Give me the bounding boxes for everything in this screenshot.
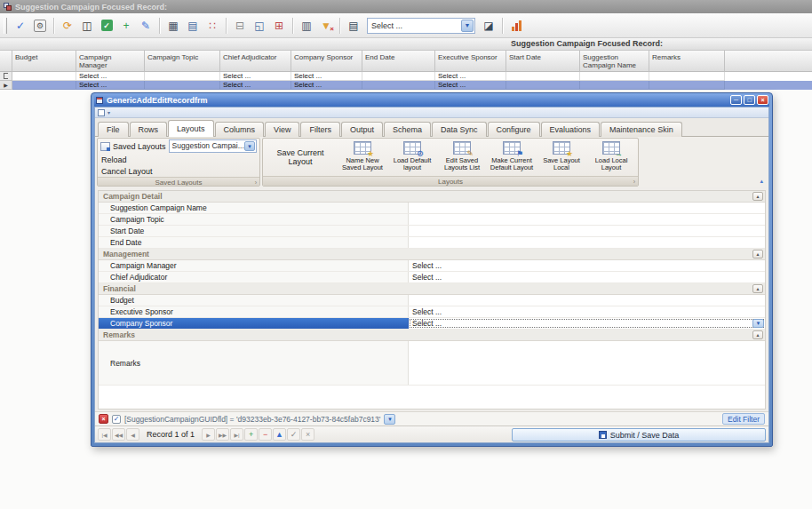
tab-data-sync[interactable]: Data Sync [432,122,487,137]
grid-cell[interactable] [580,81,649,90]
ribbon-button-make-current-default-layout[interactable]: ⚑Make Current Default Layout [487,139,537,176]
ribbon-button-name-new-saved-layout[interactable]: ★Name New Saved Layout [338,139,387,176]
dialog-titlebar[interactable]: GenericAddEditRecordfrm ─ □ × [94,93,769,107]
filter-dropdown-icon[interactable]: ▼ [384,414,395,425]
tab-view[interactable]: View [265,122,299,137]
column-header-campaign-topic[interactable]: Campaign Topic [145,51,220,72]
apply-check-icon[interactable]: ✓ [98,17,115,35]
field-value[interactable] [409,203,765,213]
grid-cell[interactable] [362,72,435,81]
column-header-suggestion-campaign-name[interactable]: Suggestion Campaign Name [580,51,649,72]
submit-save-data-button[interactable]: Submit / Save Data [512,428,766,441]
relations-icon[interactable]: ∷ [203,17,221,35]
grid-cell[interactable]: Select ... [291,72,362,81]
ribbon-button-edit-saved-layouts-list[interactable]: ✎Edit Saved Layouts List [437,139,487,176]
layout-select-combo[interactable]: Select ...▼ [367,18,475,34]
grid-cell[interactable]: Select ... [435,72,506,81]
collapse-section-icon[interactable]: ▲ [752,330,763,339]
field-value[interactable] [409,214,765,225]
print-icon[interactable]: ▤ [345,17,362,35]
nav-first[interactable]: |◀ [98,428,111,441]
grid-cell[interactable] [12,72,76,81]
field-value[interactable] [409,341,765,385]
nav-cancel[interactable]: × [301,428,314,441]
filter-enabled-checkbox[interactable]: ✓ [112,415,121,424]
grid-cell[interactable] [12,81,76,90]
nav-prior-page[interactable]: ◀◀ [112,428,125,441]
column-header-company-sponsor[interactable]: Company Sponsor [291,51,362,72]
save-layout-icon[interactable]: ◪ [480,17,498,35]
group-expand-icon[interactable]: › [255,179,257,186]
row-import-icon[interactable]: ⊟ [231,17,249,35]
ribbon-button-load-local-layout[interactable]: →Load Local Layout [586,139,636,176]
nav-delete[interactable]: − [259,428,272,441]
nav-next-page[interactable]: ▶▶ [216,428,229,441]
grid-cell[interactable] [506,81,580,90]
nav-append[interactable]: + [244,428,258,441]
print-preview-icon[interactable]: ▤ [184,17,202,35]
toolbar-grip[interactable] [4,18,7,34]
chevron-down-icon[interactable]: ▼ [244,141,255,151]
nav-next[interactable]: ▶ [202,428,215,441]
tab-output[interactable]: Output [341,122,383,137]
nav-post[interactable]: ✓ [287,428,300,441]
save-current-layout-button[interactable]: Save Current Layout [263,139,338,176]
grid-view-icon[interactable]: ▦ [164,17,182,35]
ribbon-button-save-layout-local[interactable]: ★Save Layout Local [537,139,586,176]
grid-cell[interactable]: Select ... [76,81,145,90]
grid-cell[interactable] [649,72,725,81]
field-dropdown-icon[interactable]: ▼ [752,319,764,328]
column-header-start-date[interactable]: Start Date [506,51,580,72]
tab-schema[interactable]: Schema [384,122,431,137]
accept-edit-icon[interactable]: ✓ [12,17,29,35]
column-header-executive-sponsor[interactable]: Executive Sponsor [435,51,506,72]
field-value[interactable]: Select ... [409,260,765,271]
ribbon-collapse-icon[interactable]: ▴ [760,178,763,185]
tab-filters[interactable]: Filters [300,122,340,137]
grid-cell[interactable]: Select ... [435,81,506,90]
collapse-section-icon[interactable]: ▲ [752,192,763,201]
maximize-icon[interactable]: □ [744,95,755,105]
add-record-icon[interactable]: + [117,17,135,35]
grid-cell[interactable]: Select ... [291,81,362,90]
nav-edit[interactable]: ▲ [273,428,286,441]
chart-icon[interactable] [507,17,525,35]
grid-cell[interactable] [145,81,220,90]
popup-window-icon[interactable]: ◱ [251,17,268,35]
tab-evaluations[interactable]: Evaluations [541,122,601,137]
tab-configure[interactable]: Configure [488,122,540,137]
field-value[interactable] [409,237,765,248]
quick-access-chevron-icon[interactable]: ▾ [107,109,110,115]
grid-cell[interactable] [362,81,435,90]
column-header-end-date[interactable]: End Date [362,51,435,72]
column-header-budget[interactable]: Budget [12,51,76,72]
reload-button[interactable]: Reload [98,154,259,165]
minimize-icon[interactable]: ─ [730,95,742,105]
edit-record-icon[interactable]: ✎ [137,17,155,35]
quick-access-icon[interactable] [98,109,105,116]
field-value[interactable]: Select ... [409,306,765,317]
column-header-chief-adjudicator[interactable]: Chief Adjudicator [220,51,291,72]
row-delete-icon[interactable]: ⊞ [270,17,288,35]
ribbon-button-load-default-layout[interactable]: ⚙Load Default layout [387,139,437,176]
nav-last[interactable]: ▶| [230,428,243,441]
cancel-layout-button[interactable]: Cancel Layout [98,165,259,177]
grid-cell[interactable] [649,81,725,90]
saved-layouts-combo[interactable]: Suggestion Campai... ▼ [169,139,257,153]
tab-file[interactable]: File [98,122,129,137]
grid-cell[interactable]: Select ... [220,72,291,81]
grid-row[interactable]: ▶Select ...Select ...Select ...Select ..… [0,81,812,90]
tab-maintenance-skin[interactable]: Maintenance Skin [601,122,682,137]
close-icon[interactable]: × [757,95,768,105]
field-list-icon[interactable]: ▥ [298,17,315,35]
grid-cell[interactable]: Select ... [220,81,291,90]
group-expand-icon[interactable]: › [633,179,635,185]
field-value[interactable]: Select ...▼ [409,318,765,329]
grid-cell[interactable] [506,72,580,81]
grid-settings-icon[interactable]: ⚙ [31,17,49,35]
clear-filter-icon[interactable]: ▼× [317,17,335,35]
column-header-campaign-manager[interactable]: Campaign Manager [76,51,145,72]
tab-rows[interactable]: Rows [130,122,168,137]
tab-columns[interactable]: Columns [215,122,265,137]
collapse-section-icon[interactable]: ▲ [752,284,763,293]
